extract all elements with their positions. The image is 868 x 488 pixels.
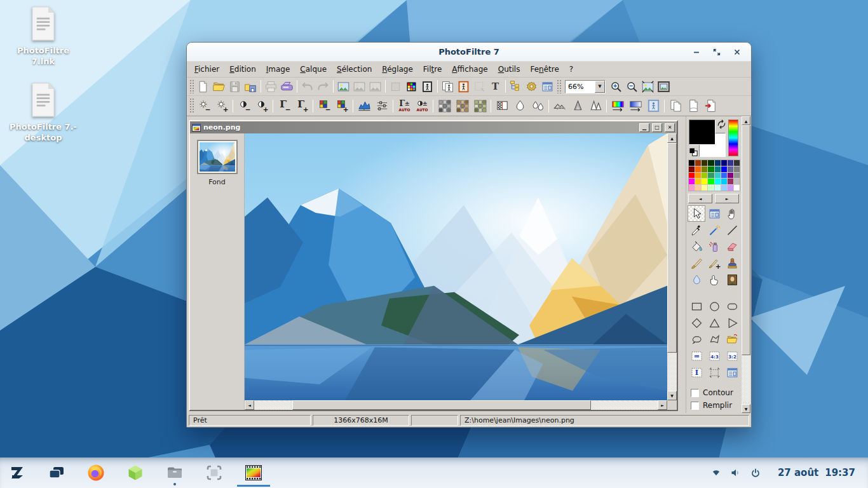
window-titlebar[interactable]: PhotoFiltre 7 bbox=[187, 43, 751, 62]
shape-ellipse-icon[interactable] bbox=[705, 298, 723, 315]
palette-prev-button[interactable]: ◄ bbox=[688, 194, 712, 203]
window-switcher-icon[interactable] bbox=[46, 459, 67, 487]
palette-color[interactable] bbox=[734, 179, 740, 184]
files-icon[interactable] bbox=[164, 459, 186, 487]
dropdown-arrow-icon[interactable]: ▼ bbox=[595, 81, 605, 93]
ratio-fixed-icon[interactable]: = bbox=[688, 348, 705, 364]
histogram-icon[interactable] bbox=[355, 97, 373, 115]
palette-color[interactable] bbox=[721, 173, 727, 179]
levels-icon[interactable] bbox=[373, 97, 391, 115]
palette-color[interactable] bbox=[695, 166, 701, 172]
wand-tool-icon[interactable] bbox=[705, 222, 723, 238]
ratio-3-2-icon[interactable]: 3:2 bbox=[723, 348, 741, 364]
shape-triangle-icon[interactable] bbox=[705, 315, 723, 331]
photochrome-icon[interactable] bbox=[471, 97, 489, 115]
indexed-colors-icon[interactable] bbox=[403, 79, 419, 95]
photomask-blue-icon[interactable] bbox=[644, 97, 662, 115]
document-maximize-button[interactable]: □ bbox=[652, 123, 662, 132]
panel-scrollbar[interactable]: ▲ ▼ bbox=[742, 116, 750, 413]
palette-color[interactable] bbox=[689, 173, 695, 179]
scroll-down-icon[interactable]: ▼ bbox=[667, 391, 677, 400]
palette-color[interactable] bbox=[702, 185, 707, 191]
palette-color[interactable] bbox=[734, 173, 740, 179]
scroll-left-icon[interactable]: ◄ bbox=[245, 400, 254, 410]
palette-color[interactable] bbox=[728, 166, 733, 172]
auto-transparency-icon[interactable] bbox=[419, 79, 435, 95]
transfer-image-icon[interactable] bbox=[702, 97, 720, 115]
menu-fichier[interactable]: Fichier bbox=[189, 63, 224, 76]
brightness-minus-icon[interactable]: − bbox=[195, 97, 213, 115]
frame-module-icon[interactable] bbox=[456, 79, 471, 95]
palette-color[interactable] bbox=[695, 185, 701, 191]
brightness-plus-icon[interactable]: + bbox=[213, 97, 231, 115]
foreground-color-swatch[interactable] bbox=[689, 119, 715, 145]
vertical-scrollbar[interactable]: ▲ ▼ bbox=[667, 133, 677, 400]
document-titlebar[interactable]: neon.png ▁ □ ✕ bbox=[190, 121, 677, 133]
menu-filtre[interactable]: Filtre bbox=[418, 63, 447, 76]
remplir-checkbox[interactable] bbox=[691, 402, 699, 410]
firefox-icon[interactable] bbox=[85, 459, 107, 487]
shape-diamond-icon[interactable] bbox=[688, 315, 705, 331]
fill-tool-icon[interactable] bbox=[688, 238, 705, 255]
toolbar-grip[interactable] bbox=[557, 79, 561, 93]
gamma-plus-icon[interactable]: Γ+ bbox=[293, 97, 311, 115]
reset-colors-icon[interactable] bbox=[689, 147, 698, 157]
zorin-menu-icon[interactable] bbox=[6, 459, 28, 487]
palette-color[interactable] bbox=[715, 173, 721, 179]
layers-tool-icon[interactable] bbox=[705, 205, 723, 222]
hue-picker-strip[interactable] bbox=[728, 119, 738, 156]
line-tool-icon[interactable] bbox=[723, 222, 741, 238]
document-minimize-button[interactable]: ▁ bbox=[639, 123, 649, 132]
palette-color[interactable] bbox=[721, 185, 727, 191]
zoom-out-icon[interactable] bbox=[624, 79, 640, 95]
menu-selection[interactable]: Sélection bbox=[332, 63, 377, 76]
palette-color[interactable] bbox=[708, 185, 714, 191]
contrast-minus-icon[interactable]: − bbox=[235, 97, 253, 115]
palette-color[interactable] bbox=[702, 160, 707, 166]
zoom-in-icon[interactable] bbox=[608, 79, 624, 95]
desktop-icon-photofiltre-lnk[interactable]: PhotoFiltre 7.lnk bbox=[9, 5, 78, 67]
manual-selection-icon[interactable] bbox=[705, 364, 723, 381]
copy-image-icon[interactable] bbox=[667, 97, 684, 115]
scroll-down-icon[interactable]: ▼ bbox=[742, 404, 750, 413]
palette-color[interactable] bbox=[728, 179, 733, 184]
text-selection-icon[interactable]: I bbox=[688, 364, 705, 381]
vertical-scroll-thumb[interactable] bbox=[667, 143, 677, 353]
module-panel-icon[interactable] bbox=[539, 79, 555, 95]
scroll-right-icon[interactable]: ► bbox=[658, 400, 667, 410]
palette-color[interactable] bbox=[728, 160, 733, 166]
toolbar-grip[interactable] bbox=[189, 79, 194, 93]
palette-color[interactable] bbox=[715, 185, 721, 191]
toolbar-grip[interactable] bbox=[189, 98, 194, 114]
palette-color[interactable] bbox=[702, 173, 707, 179]
ratio-4-3-icon[interactable]: 4:3 bbox=[705, 348, 723, 364]
image-mode-icon[interactable] bbox=[336, 79, 351, 95]
shape-lasso-icon[interactable] bbox=[688, 331, 705, 348]
swap-colors-icon[interactable] bbox=[716, 119, 727, 130]
menu-affichage[interactable]: Affichage bbox=[447, 63, 492, 76]
clock[interactable]: 27 août 19:37 bbox=[778, 467, 855, 478]
auto-levels-icon[interactable]: Γ±AUTO bbox=[395, 97, 413, 115]
photofiltre-icon[interactable] bbox=[243, 459, 264, 487]
palette-color[interactable] bbox=[689, 179, 695, 184]
palette-color[interactable] bbox=[728, 173, 733, 179]
shape-rounded-rect-icon[interactable] bbox=[723, 298, 741, 315]
palette-color[interactable] bbox=[721, 166, 727, 172]
palette-color[interactable] bbox=[695, 160, 701, 166]
open-icon[interactable] bbox=[211, 79, 227, 95]
load-selection-icon[interactable] bbox=[723, 331, 741, 348]
photomask-icon[interactable] bbox=[440, 79, 456, 95]
gamma-minus-icon[interactable]: Γ− bbox=[275, 97, 293, 115]
close-button[interactable] bbox=[731, 46, 743, 58]
blur-more-icon[interactable] bbox=[529, 97, 546, 115]
arrow-tool-icon[interactable] bbox=[688, 205, 705, 222]
document-close-button[interactable]: ✕ bbox=[665, 123, 675, 132]
text-tool-icon[interactable]: T bbox=[487, 79, 503, 95]
sharpen-more-icon[interactable] bbox=[587, 97, 604, 115]
menu-calque[interactable]: Calque bbox=[295, 63, 332, 76]
wifi-icon[interactable] bbox=[709, 465, 724, 480]
palette-color[interactable] bbox=[689, 166, 695, 172]
palette-color[interactable] bbox=[721, 179, 727, 184]
grayscale-icon[interactable] bbox=[435, 97, 453, 115]
shape-rectangle-icon[interactable] bbox=[688, 298, 705, 315]
